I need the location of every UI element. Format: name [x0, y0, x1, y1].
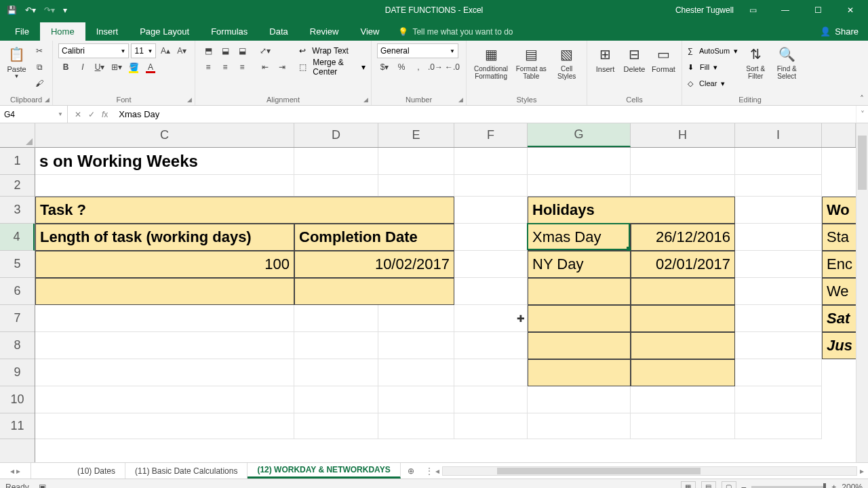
tab-review[interactable]: Review	[299, 22, 350, 41]
sheet-tab-basic-date-calculations[interactable]: (11) Basic Date Calculations	[125, 463, 248, 479]
tell-me[interactable]: 💡 Tell me what you want to do	[390, 23, 521, 41]
fill-color-button[interactable]: 🪣	[126, 60, 141, 75]
cell-G2[interactable]	[528, 175, 631, 197]
percent-format-icon[interactable]: %	[394, 60, 409, 75]
row-headers[interactable]: 1234567891011	[0, 148, 35, 462]
cell-D5[interactable]: 10/02/2017	[294, 251, 454, 278]
cell-C9[interactable]	[35, 359, 294, 386]
row-header-6[interactable]: 6	[0, 278, 35, 305]
collapse-ribbon-icon[interactable]: ˄	[860, 94, 864, 104]
cell-E8[interactable]	[378, 332, 454, 359]
clear-button[interactable]: ◇ Clear ▾	[688, 76, 738, 91]
cell-D8[interactable]	[294, 332, 378, 359]
tab-pagelayout[interactable]: Page Layout	[129, 22, 200, 41]
find-select-button[interactable]: 🔍Find & Select	[773, 43, 800, 91]
qat-customize-icon[interactable]: ▾	[63, 5, 67, 15]
underline-button[interactable]: U▾	[92, 60, 107, 75]
align-left-icon[interactable]: ≡	[201, 60, 216, 75]
increase-font-icon[interactable]: A▴	[158, 43, 172, 58]
cut-icon[interactable]: ✂	[32, 43, 47, 58]
hscroll-thumb[interactable]	[497, 468, 701, 474]
cell-G9[interactable]	[528, 359, 631, 386]
cell-H7[interactable]	[631, 305, 735, 332]
cell-J6[interactable]: We	[822, 278, 856, 305]
cell-I10[interactable]	[735, 386, 822, 413]
cell-J5[interactable]: Enc	[822, 251, 856, 278]
cell-H1[interactable]	[631, 148, 735, 175]
cell-G1[interactable]	[528, 148, 631, 175]
zoom-level[interactable]: 200%	[842, 483, 863, 489]
delete-cells-button[interactable]: ⊟Delete	[622, 43, 647, 73]
cell-J4[interactable]: Sta	[822, 224, 856, 251]
save-icon[interactable]: 💾	[7, 5, 17, 15]
italic-button[interactable]: I	[75, 60, 90, 75]
accounting-format-icon[interactable]: $▾	[377, 60, 392, 75]
decrease-indent-icon[interactable]: ⇤	[258, 60, 273, 75]
copy-icon[interactable]: ⧉	[32, 60, 47, 75]
cell-E10[interactable]	[378, 386, 454, 413]
cell-F4[interactable]	[454, 224, 528, 251]
clipboard-launcher-icon[interactable]: ◢	[45, 96, 50, 103]
cell-J7[interactable]: Sat	[822, 305, 856, 332]
cell-I4[interactable]	[735, 224, 822, 251]
cell-G5[interactable]: NY Day	[528, 251, 631, 278]
align-top-icon[interactable]: ⬒	[201, 43, 216, 58]
cell-F5[interactable]	[454, 251, 528, 278]
cell-C10[interactable]	[35, 386, 294, 413]
alignment-launcher-icon[interactable]: ◢	[363, 96, 368, 103]
cell-C2[interactable]	[35, 175, 294, 197]
col-header-H[interactable]: H	[631, 123, 735, 147]
font-name-select[interactable]: Calibri▼	[58, 43, 129, 58]
macro-record-icon[interactable]: ▣	[39, 483, 46, 489]
cell-C1[interactable]: s on Working Weeks	[35, 148, 378, 175]
cell-G8[interactable]	[528, 332, 631, 359]
row-header-10[interactable]: 10	[0, 386, 35, 413]
column-headers[interactable]: CDEFGHI	[35, 123, 856, 148]
expand-formula-bar-icon[interactable]: ˅	[856, 106, 868, 123]
tab-formulas[interactable]: Formulas	[200, 22, 258, 41]
cell-C6[interactable]	[35, 278, 294, 305]
sheet-tab-workday-networkdays[interactable]: (12) WORKDAY & NETWORKDAYS	[248, 463, 400, 479]
cell-G3[interactable]: Holidays	[528, 197, 735, 224]
col-header-extra[interactable]	[822, 123, 856, 147]
border-button[interactable]: ⊞▾	[109, 60, 124, 75]
row-header-2[interactable]: 2	[0, 175, 35, 197]
scrollbar-thumb[interactable]	[858, 136, 867, 190]
cell-C8[interactable]	[35, 332, 294, 359]
cancel-formula-icon[interactable]: ✕	[75, 110, 81, 119]
cell-F11[interactable]	[454, 413, 528, 439]
col-header-C[interactable]: C	[35, 123, 294, 147]
cell-C11[interactable]	[35, 413, 294, 439]
col-header-G[interactable]: G	[528, 123, 631, 147]
wrap-text-button[interactable]: ↩ Wrap Text	[299, 43, 366, 58]
increase-indent-icon[interactable]: ⇥	[275, 60, 290, 75]
format-cells-button[interactable]: ▭Format	[651, 43, 676, 73]
cell-E9[interactable]	[378, 359, 454, 386]
cell-C5[interactable]: 100	[35, 251, 294, 278]
cell-H11[interactable]	[631, 413, 735, 439]
share-button[interactable]: 👤 Share	[810, 22, 868, 41]
cell-E1[interactable]	[378, 148, 454, 175]
vertical-scrollbar[interactable]	[856, 123, 868, 462]
ribbon-options-icon[interactable]: ▭	[739, 0, 766, 20]
cell-G6[interactable]	[528, 278, 631, 305]
cell-D7[interactable]	[294, 305, 378, 332]
col-header-I[interactable]: I	[735, 123, 822, 147]
number-format-select[interactable]: General▼	[377, 43, 458, 58]
enter-formula-icon[interactable]: ✓	[88, 110, 95, 119]
cell-H9[interactable]	[631, 359, 735, 386]
cell-G7[interactable]	[528, 305, 631, 332]
tab-view[interactable]: View	[349, 22, 390, 41]
fill-button[interactable]: ⬇ Fill ▾	[688, 60, 738, 75]
align-middle-icon[interactable]: ⬓	[218, 43, 233, 58]
row-header-9[interactable]: 9	[0, 359, 35, 386]
cell-F9[interactable]	[454, 359, 528, 386]
cell-I8[interactable]	[735, 332, 822, 359]
merge-center-button[interactable]: ⬚ Merge & Center ▾	[299, 60, 366, 75]
formula-bar[interactable]: Xmas Day	[115, 106, 856, 123]
cell-styles-button[interactable]: ▧Cell Styles	[552, 43, 581, 80]
cell-I3[interactable]	[735, 197, 822, 224]
format-as-table-button[interactable]: ▤Format as Table	[514, 43, 548, 80]
cell-E11[interactable]	[378, 413, 454, 439]
tab-insert[interactable]: Insert	[85, 22, 130, 41]
